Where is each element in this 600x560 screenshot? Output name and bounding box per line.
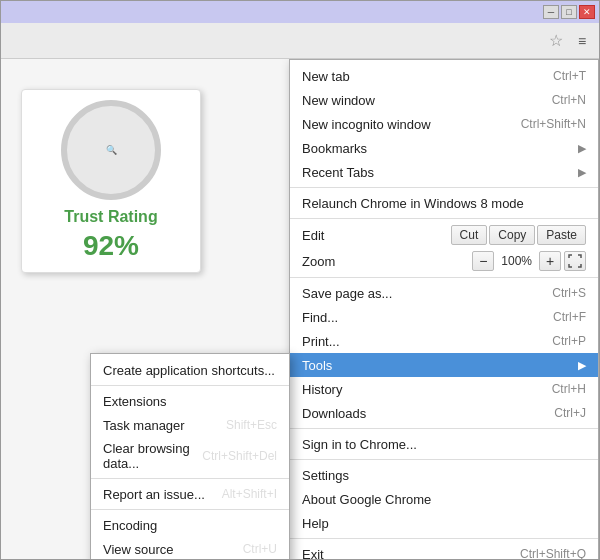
maximize-button[interactable]: □ [561,5,577,19]
copy-button[interactable]: Copy [489,225,535,245]
chrome-menu-button[interactable]: ≡ [571,30,593,52]
sub-sep-3 [91,509,289,510]
zoom-in-button[interactable]: + [539,251,561,271]
chrome-dropdown-menu: New tab Ctrl+T New window Ctrl+N New inc… [289,59,599,559]
page-content: 🔍 Trust Rating 92% GDD New tab Ctrl+T Ne… [1,59,599,559]
menu-item-new-window[interactable]: New window Ctrl+N [290,88,598,112]
zoom-label: Zoom [302,254,335,269]
cut-button[interactable]: Cut [451,225,488,245]
menu-item-find[interactable]: Find... Ctrl+F [290,305,598,329]
menu-item-settings[interactable]: Settings [290,463,598,487]
separator-2 [290,218,598,219]
zoom-fullscreen-button[interactable] [564,251,586,271]
edit-buttons: Cut Copy Paste [451,225,586,245]
menu-item-help[interactable]: Help [290,511,598,535]
menu-item-bookmarks[interactable]: Bookmarks ▶ [290,136,598,160]
menu-edit-row: Edit Cut Copy Paste [290,222,598,248]
menu-item-relaunch[interactable]: Relaunch Chrome in Windows 8 mode [290,191,598,215]
submenu-item-view-source[interactable]: View source Ctrl+U [91,537,289,559]
menu-item-history[interactable]: History Ctrl+H [290,377,598,401]
sub-sep-1 [91,385,289,386]
submenu-item-encoding[interactable]: Encoding ▶ [91,513,289,537]
menu-item-incognito[interactable]: New incognito window Ctrl+Shift+N [290,112,598,136]
close-button[interactable]: ✕ [579,5,595,19]
menu-item-signin[interactable]: Sign in to Chrome... [290,432,598,456]
separator-5 [290,459,598,460]
menu-item-about[interactable]: About Google Chrome [290,487,598,511]
trust-rating-label: Trust Rating [32,208,190,226]
menu-zoom-row: Zoom − 100% + [290,248,598,274]
submenu-item-task-manager[interactable]: Task manager Shift+Esc [91,413,289,437]
sub-sep-2 [91,478,289,479]
submenu-item-clear-data[interactable]: Clear browsing data... Ctrl+Shift+Del [91,437,289,475]
browser-window: ─ □ ✕ ☆ ≡ 🔍 Trust Rating 92% GDD New tab… [0,0,600,560]
submenu-item-extensions[interactable]: Extensions [91,389,289,413]
submenu-item-shortcuts[interactable]: Create application shortcuts... [91,358,289,382]
menu-item-exit[interactable]: Exit Ctrl+Shift+Q [290,542,598,559]
menu-item-print[interactable]: Print... Ctrl+P [290,329,598,353]
zoom-value: 100% [497,254,536,268]
menu-item-recent-tabs[interactable]: Recent Tabs ▶ [290,160,598,184]
submenu-item-report-issue[interactable]: Report an issue... Alt+Shift+I [91,482,289,506]
separator-3 [290,277,598,278]
separator-1 [290,187,598,188]
trust-rating-widget: 🔍 Trust Rating 92% [21,89,201,273]
tools-submenu: Create application shortcuts... Extensio… [90,353,290,559]
separator-4 [290,428,598,429]
menu-item-save[interactable]: Save page as... Ctrl+S [290,281,598,305]
paste-button[interactable]: Paste [537,225,586,245]
title-bar: ─ □ ✕ [1,1,599,23]
bookmark-star-button[interactable]: ☆ [545,30,567,52]
minimize-button[interactable]: ─ [543,5,559,19]
title-bar-buttons: ─ □ ✕ [543,5,595,19]
menu-item-downloads[interactable]: Downloads Ctrl+J [290,401,598,425]
menu-item-tools[interactable]: Tools ▶ Create application shortcuts... … [290,353,598,377]
menu-item-new-tab[interactable]: New tab Ctrl+T [290,64,598,88]
trust-rating-percent: 92% [32,230,190,262]
magnifier-circle: 🔍 [61,100,161,200]
browser-toolbar: ☆ ≡ [1,23,599,59]
separator-6 [290,538,598,539]
zoom-out-button[interactable]: − [472,251,494,271]
edit-label: Edit [302,228,324,243]
zoom-controls: − 100% + [472,251,586,271]
